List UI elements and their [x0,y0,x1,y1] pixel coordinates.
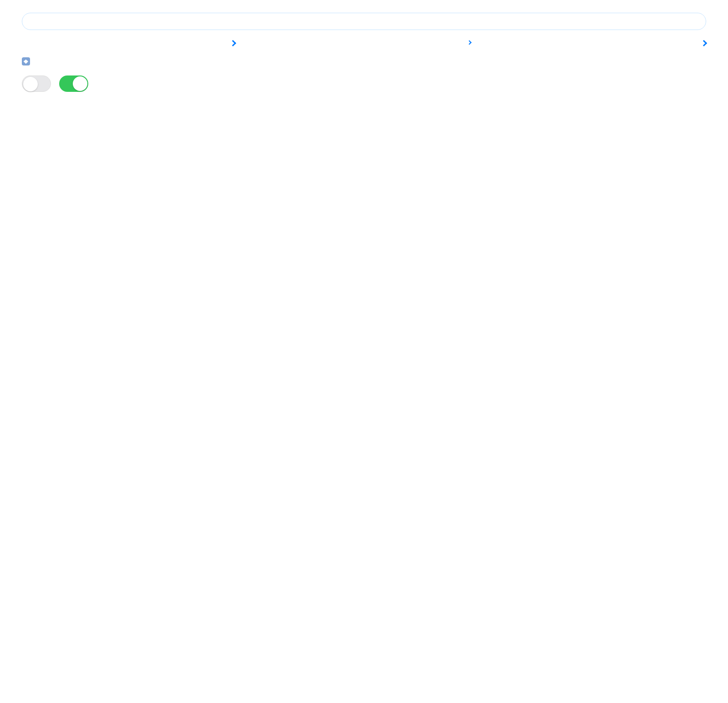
more-link[interactable] [701,41,706,45]
header-bar [22,13,706,30]
more-link[interactable] [230,41,235,45]
chevron-right-icon [701,40,707,46]
section-heading-endless-1 [22,41,235,45]
multicomponent-badge: ❖ [22,57,235,65]
toggle-off[interactable] [22,75,51,92]
column-3 [493,41,706,125]
toggle-on[interactable] [59,75,88,92]
section-heading-endless-3 [493,41,706,45]
toggles [22,75,235,92]
view-all-link[interactable] [467,41,471,44]
component-icon: ❖ [22,57,30,65]
section-heading-designlist [257,41,470,44]
chevron-right-icon [467,40,471,45]
column-2 [257,41,470,125]
column-1: ❖ [22,41,235,125]
chevron-right-icon [230,40,236,46]
